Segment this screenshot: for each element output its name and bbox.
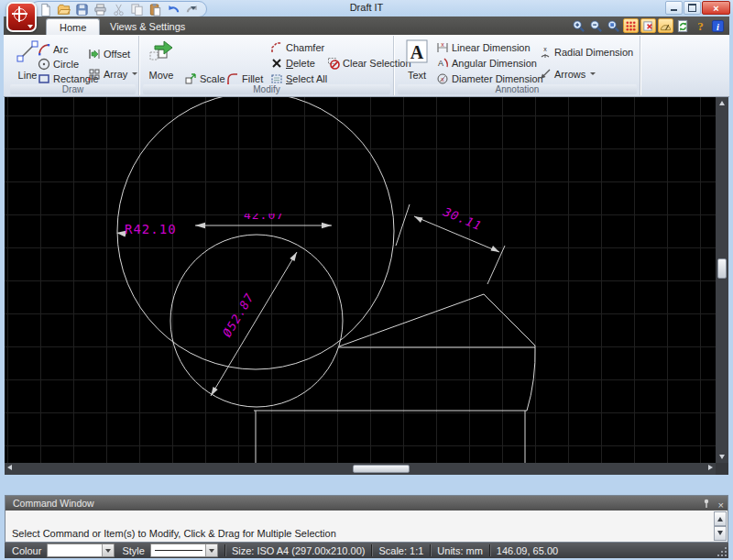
command-scroll-down-button[interactable] — [714, 526, 727, 541]
select-all-icon — [270, 72, 283, 85]
measure-icon[interactable] — [658, 18, 673, 33]
scale-button[interactable]: Scale — [184, 71, 225, 85]
zoom-window-icon[interactable] — [606, 18, 621, 33]
svg-text:A: A — [410, 42, 424, 62]
drawing-canvas-area: 42.07 R42.10 30.11 — [5, 97, 728, 475]
zoom-in-icon[interactable] — [571, 18, 586, 33]
angular-dimension-icon: A — [436, 57, 449, 70]
about-icon[interactable]: i — [710, 18, 726, 33]
scroll-down-arrow-icon[interactable] — [719, 455, 725, 459]
scroll-right-arrow-icon[interactable] — [708, 465, 713, 470]
command-window-titlebar[interactable]: Command Window × — [5, 496, 728, 511]
undo-icon[interactable] — [167, 3, 181, 16]
group-label-draw: Draw — [10, 84, 136, 94]
vertical-scrollbar[interactable] — [716, 97, 728, 463]
array-button[interactable]: Array — [88, 67, 137, 81]
copy-icon[interactable] — [130, 3, 144, 16]
radial-dimension-button[interactable]: x Radial Dimension — [539, 45, 633, 59]
group-label-annotation: Annotation — [398, 84, 637, 94]
angular-dimension-button[interactable]: A Angular Dimension — [436, 56, 537, 70]
chevron-down-icon — [27, 25, 33, 28]
save-icon[interactable] — [75, 3, 89, 16]
horizontal-scrollbar[interactable] — [5, 463, 716, 475]
dimension-label-diameter[interactable]: Ø52.87 — [220, 291, 257, 339]
command-window-body[interactable]: Select Command or Item(s) to Modify, Cli… — [5, 511, 728, 542]
delete-icon — [270, 57, 283, 70]
arrows-button[interactable]: Arrows — [539, 67, 596, 81]
offset-button[interactable]: Offset — [88, 47, 130, 60]
qat-customize-caret-icon[interactable] — [191, 6, 196, 10]
delete-button[interactable]: Delete — [270, 56, 315, 70]
grid-toggle-icon[interactable] — [623, 18, 639, 33]
command-window: Command Window × Select Command or Item(… — [5, 495, 728, 543]
arc-button[interactable]: Arc — [38, 42, 69, 56]
status-bar: Colour Style Size: ISO A4 (297.00x210.00… — [5, 543, 728, 558]
text-button[interactable]: A Text — [400, 38, 433, 81]
svg-text:A: A — [438, 59, 443, 68]
print-icon[interactable] — [93, 3, 107, 16]
dimension-label-aligned[interactable]: 30.11 — [441, 204, 484, 233]
scrollbar-corner — [716, 463, 728, 475]
vertical-scroll-thumb[interactable] — [717, 258, 727, 279]
chamfer-icon — [270, 41, 283, 54]
cad-drawing[interactable]: 42.07 R42.10 30.11 — [5, 97, 716, 463]
ribbon-tab-row: Home Views & Settings ? i — [4, 16, 729, 35]
diameter-dimension-button[interactable]: x Diameter Dimension — [436, 71, 543, 85]
select-all-button[interactable]: Select All — [270, 71, 327, 85]
chevron-down-icon[interactable] — [102, 544, 114, 556]
horizontal-scroll-thumb[interactable] — [353, 465, 410, 473]
arc-icon — [38, 43, 50, 56]
linear-dimension-icon: x — [436, 41, 449, 54]
chevron-down-icon — [590, 72, 596, 75]
maximize-button[interactable] — [684, 1, 701, 15]
text-icon: A — [400, 38, 433, 69]
tab-home[interactable]: Home — [46, 18, 100, 36]
quick-access-toolbar — [30, 1, 207, 17]
drawing-canvas[interactable]: 42.07 R42.10 30.11 — [5, 97, 716, 463]
cursor-coordinates: 146.09, 65.00 — [497, 545, 558, 556]
scale-status: Scale: 1:1 — [378, 545, 423, 556]
help-icon[interactable]: ? — [693, 18, 708, 33]
diameter-dimension-entity[interactable] — [211, 252, 297, 396]
minimize-button[interactable] — [665, 1, 683, 15]
diameter-dimension-icon: x — [436, 72, 449, 85]
command-scrollbar[interactable] — [714, 511, 727, 541]
style-dropdown[interactable] — [150, 544, 218, 557]
command-window-title: Command Window — [13, 498, 94, 509]
move-button[interactable]: Move — [145, 38, 178, 81]
close-button[interactable]: × — [702, 1, 730, 15]
view-toolbar: ? i — [571, 18, 726, 34]
chevron-down-icon — [132, 72, 137, 75]
inner-circle[interactable] — [170, 235, 343, 407]
new-icon[interactable] — [38, 3, 52, 16]
zoom-out-icon[interactable] — [588, 18, 604, 33]
fillet-button[interactable]: Fillet — [226, 71, 263, 85]
dimension-label-linear[interactable]: 42.07 — [244, 208, 284, 222]
snap-toggle-icon[interactable] — [640, 18, 656, 33]
tab-views-settings[interactable]: Views & Settings — [97, 18, 198, 35]
title-bar: Draft IT × — [0, 0, 733, 16]
refresh-icon[interactable] — [675, 18, 691, 33]
linear-dimension-button[interactable]: x Linear Dimension — [436, 40, 531, 54]
svg-text:?: ? — [697, 19, 704, 33]
chevron-down-icon[interactable] — [205, 544, 217, 556]
chamfer-button[interactable]: Chamfer — [270, 40, 324, 54]
svg-text:x: x — [543, 46, 547, 52]
application-menu-button[interactable] — [6, 2, 37, 32]
cut-icon[interactable] — [112, 3, 126, 16]
style-label: Style — [122, 545, 144, 556]
command-scroll-up-button[interactable] — [714, 511, 727, 526]
array-icon — [88, 68, 101, 81]
move-icon — [145, 38, 178, 69]
scroll-left-arrow-icon[interactable] — [7, 465, 12, 470]
open-icon[interactable] — [57, 3, 71, 16]
dimension-label-radius[interactable]: R42.10 — [125, 222, 177, 236]
colour-label: Colour — [12, 545, 41, 556]
colour-dropdown[interactable] — [47, 544, 115, 557]
paste-icon[interactable] — [148, 3, 162, 16]
line-style-preview — [155, 550, 202, 551]
scroll-up-arrow-icon[interactable] — [719, 101, 725, 105]
application-window: Draft IT × Home Views & Settings — [0, 0, 733, 560]
resize-grip[interactable] — [717, 547, 727, 556]
circle-button[interactable]: Circle — [38, 57, 79, 71]
